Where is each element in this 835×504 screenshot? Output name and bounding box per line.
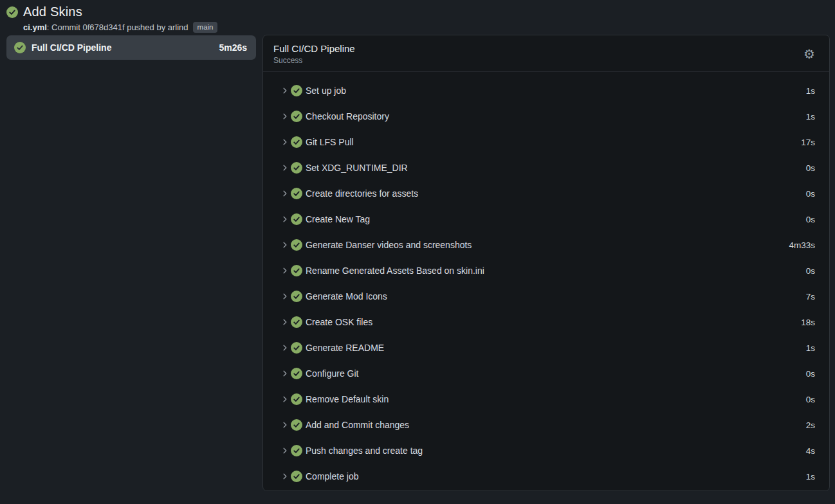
step-row[interactable]: Rename Generated Assets Based on skin.in…: [263, 258, 829, 284]
step-label: Generate Mod Icons: [306, 291, 806, 302]
step-success-icon: [291, 111, 302, 122]
jobs-sidebar: Full CI/CD Pipeline 5m26s: [0, 35, 256, 60]
step-row[interactable]: Complete job 1s: [263, 464, 829, 489]
step-label: Set XDG_RUNTIME_DIR: [306, 163, 806, 173]
step-row[interactable]: Push changes and create tag 4s: [263, 438, 829, 464]
job-status-text: Success: [273, 56, 803, 65]
step-row[interactable]: Configure Git 0s: [263, 361, 829, 386]
step-success-icon: [291, 316, 302, 328]
step-row[interactable]: Generate README 1s: [263, 335, 829, 361]
step-duration: 0s: [806, 163, 815, 173]
chevron-right-icon[interactable]: [281, 267, 289, 274]
step-label: Generate Danser videos and screenshots: [306, 240, 789, 250]
step-row[interactable]: Checkout Repository 1s: [263, 104, 829, 129]
step-duration: 7s: [806, 292, 815, 302]
chevron-right-icon[interactable]: [281, 421, 289, 429]
chevron-right-icon[interactable]: [281, 395, 289, 403]
gear-icon[interactable]: ⚙: [803, 48, 819, 60]
step-success-icon: [291, 291, 302, 302]
chevron-right-icon[interactable]: [281, 113, 289, 120]
step-label: Checkout Repository: [306, 111, 806, 122]
workflow-file-link[interactable]: ci.yml: [23, 22, 47, 32]
step-success-icon: [291, 265, 302, 276]
steps-list: Set up job 1s Checkout Repository 1s: [263, 72, 829, 489]
step-label: Create New Tag: [306, 214, 806, 224]
step-row[interactable]: Create OSK files 18s: [263, 309, 829, 335]
step-label: Remove Default skin: [306, 394, 806, 404]
step-row[interactable]: Add and Commit changes 2s: [263, 412, 829, 438]
step-label: Create OSK files: [306, 317, 801, 327]
step-duration: 2s: [806, 420, 815, 430]
job-list-item[interactable]: Full CI/CD Pipeline 5m26s: [6, 35, 256, 60]
step-duration: 4s: [806, 446, 815, 456]
chevron-right-icon[interactable]: [281, 292, 289, 300]
run-title: Add Skins: [23, 4, 82, 19]
actions-run-page: Add Skins ci.yml: Commit 0f678d341f push…: [0, 0, 835, 491]
chevron-right-icon[interactable]: [281, 87, 289, 94]
step-success-icon: [291, 162, 302, 174]
job-panel-header: Full CI/CD Pipeline Success ⚙: [263, 35, 829, 72]
job-detail-panel: Full CI/CD Pipeline Success ⚙ Set up job…: [262, 35, 830, 491]
step-label: Git LFS Pull: [306, 137, 801, 147]
step-row[interactable]: Generate Mod Icons 7s: [263, 284, 829, 309]
step-duration: 0s: [806, 369, 815, 379]
step-duration: 0s: [806, 395, 815, 404]
step-success-icon: [291, 471, 302, 482]
step-success-icon: [291, 213, 302, 225]
step-success-icon: [291, 419, 302, 431]
run-header: Add Skins ci.yml: Commit 0f678d341f push…: [0, 0, 835, 35]
run-success-icon: [6, 6, 18, 18]
chevron-right-icon[interactable]: [281, 164, 289, 172]
chevron-right-icon[interactable]: [281, 344, 289, 352]
job-name: Full CI/CD Pipeline: [32, 42, 219, 53]
step-duration: 0s: [806, 215, 815, 224]
step-duration: 0s: [806, 266, 815, 276]
run-content: Full CI/CD Pipeline 5m26s Full CI/CD Pip…: [0, 35, 835, 491]
step-label: Complete job: [306, 471, 806, 482]
run-meta: ci.yml: Commit 0f678d341f pushed by arli…: [23, 22, 835, 33]
step-duration: 1s: [806, 472, 815, 482]
chevron-right-icon[interactable]: [281, 241, 289, 249]
step-row[interactable]: Remove Default skin 0s: [263, 386, 829, 412]
job-list: Full CI/CD Pipeline 5m26s: [6, 35, 256, 60]
step-success-icon: [291, 368, 302, 379]
chevron-right-icon[interactable]: [281, 370, 289, 377]
step-label: Generate README: [306, 343, 806, 353]
step-label: Create directories for assets: [306, 188, 806, 199]
step-duration: 1s: [806, 86, 815, 96]
step-label: Add and Commit changes: [306, 420, 806, 430]
step-success-icon: [291, 342, 302, 354]
step-row[interactable]: Set XDG_RUNTIME_DIR 0s: [263, 155, 829, 181]
job-duration: 5m26s: [219, 42, 247, 53]
step-duration: 1s: [806, 112, 815, 122]
chevron-right-icon[interactable]: [281, 318, 289, 326]
job-title: Full CI/CD Pipeline: [273, 43, 803, 54]
step-duration: 4m33s: [789, 240, 815, 250]
branch-badge[interactable]: main: [193, 22, 218, 33]
chevron-right-icon[interactable]: [281, 138, 289, 146]
step-row[interactable]: Set up job 1s: [263, 78, 829, 104]
step-duration: 17s: [801, 138, 815, 147]
step-duration: 18s: [801, 318, 815, 327]
step-success-icon: [291, 188, 302, 199]
chevron-right-icon[interactable]: [281, 190, 289, 197]
step-success-icon: [291, 136, 302, 148]
chevron-right-icon[interactable]: [281, 473, 289, 480]
step-row[interactable]: Git LFS Pull 17s: [263, 129, 829, 155]
step-label: Push changes and create tag: [306, 446, 806, 456]
step-duration: 0s: [806, 189, 815, 199]
step-row[interactable]: Create directories for assets 0s: [263, 181, 829, 206]
step-success-icon: [291, 85, 302, 96]
chevron-right-icon[interactable]: [281, 215, 289, 223]
step-success-icon: [291, 445, 302, 456]
step-row[interactable]: Create New Tag 0s: [263, 206, 829, 232]
step-row[interactable]: Generate Danser videos and screenshots 4…: [263, 232, 829, 258]
job-success-icon: [14, 42, 26, 53]
step-duration: 1s: [806, 343, 815, 353]
step-success-icon: [291, 239, 302, 251]
chevron-right-icon[interactable]: [281, 447, 289, 455]
commit-meta: ci.yml: Commit 0f678d341f pushed by arli…: [23, 22, 188, 32]
step-label: Rename Generated Assets Based on skin.in…: [306, 266, 806, 276]
step-label: Configure Git: [306, 368, 806, 379]
step-success-icon: [291, 393, 302, 405]
